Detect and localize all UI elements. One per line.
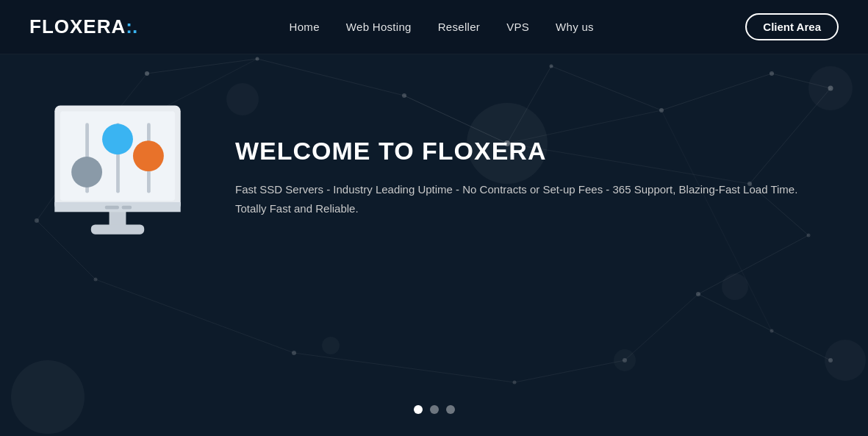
svg-point-6: [722, 274, 748, 300]
client-area-button[interactable]: Client Area: [745, 13, 839, 40]
logo-text: FLOXERA: [29, 15, 126, 38]
svg-rect-54: [110, 210, 126, 226]
logo-dots: :.: [126, 15, 137, 38]
svg-rect-58: [122, 206, 132, 210]
svg-point-64: [133, 140, 164, 171]
nav-link-web-hosting[interactable]: Web Hosting: [346, 21, 412, 33]
nav-links: Home Web Hosting Reseller VPS Why us: [290, 21, 594, 34]
nav-link-why-us[interactable]: Why us: [556, 21, 594, 33]
nav-item-home[interactable]: Home: [290, 21, 320, 34]
nav-item-vps[interactable]: VPS: [506, 21, 529, 34]
monitor-illustration: [44, 99, 191, 249]
slider-dot-1[interactable]: [414, 405, 423, 414]
nav-item-why-us[interactable]: Why us: [556, 21, 594, 34]
svg-rect-55: [91, 224, 144, 234]
nav-link-vps[interactable]: VPS: [506, 21, 529, 33]
slider-dot-2[interactable]: [430, 405, 439, 414]
nav-item-reseller[interactable]: Reseller: [438, 21, 480, 34]
hero-title: WELCOME TO FLOXERA: [235, 137, 824, 165]
svg-rect-57: [105, 206, 119, 210]
nav-link-home[interactable]: Home: [290, 21, 320, 33]
nav-item-web-hosting[interactable]: Web Hosting: [346, 21, 412, 34]
hero-content: WELCOME TO FLOXERA Fast SSD Servers - In…: [0, 54, 868, 249]
slider-dots: [414, 405, 455, 414]
svg-point-7: [322, 337, 340, 354]
svg-point-4: [11, 360, 85, 434]
monitor-svg: [44, 99, 191, 246]
hero-text: WELCOME TO FLOXERA Fast SSD Servers - In…: [235, 129, 824, 218]
slider-dot-3[interactable]: [446, 405, 455, 414]
hero-section: FLOXERA:. Home Web Hosting Reseller VPS …: [0, 0, 868, 436]
svg-point-62: [71, 157, 102, 187]
navbar: FLOXERA:. Home Web Hosting Reseller VPS …: [0, 0, 868, 54]
svg-point-63: [102, 124, 133, 154]
logo[interactable]: FLOXERA:.: [29, 15, 137, 38]
hero-subtitle: Fast SSD Servers - Industry Leading Upti…: [235, 180, 824, 218]
nav-link-reseller[interactable]: Reseller: [438, 21, 480, 33]
